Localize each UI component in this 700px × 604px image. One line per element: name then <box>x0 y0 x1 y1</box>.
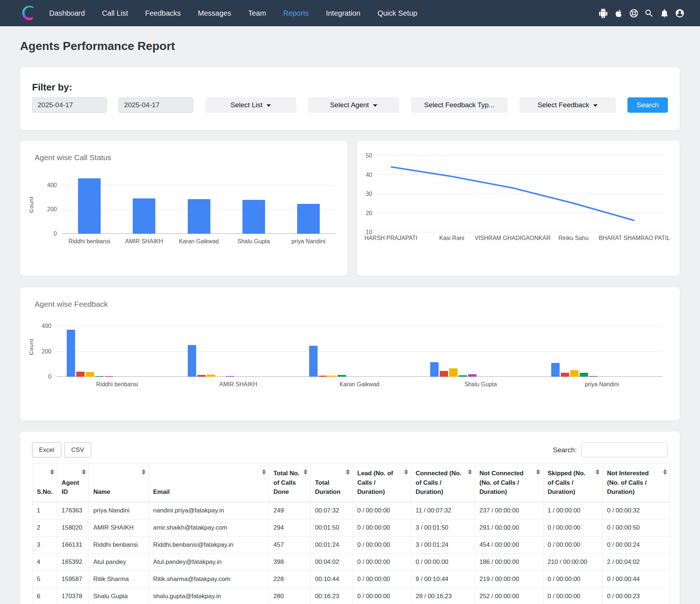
bar-karan-gaikwad-series-2 <box>319 376 327 377</box>
filter-search-button[interactable]: Search <box>627 97 668 113</box>
sort-arrows[interactable] <box>50 469 54 475</box>
table-cell: 454 / 00:00:00 <box>475 536 543 553</box>
column-header-total-duration[interactable]: Total Duration <box>311 464 353 502</box>
call-status-chart-title: Agent wise Call Status <box>20 141 347 162</box>
sort-arrows[interactable] <box>536 469 540 475</box>
table-cell: 159587 <box>57 570 89 588</box>
table-cell: 6 <box>32 588 57 604</box>
date-from-input[interactable] <box>32 97 107 113</box>
table-cell: 294 <box>269 519 311 536</box>
table-row: 4165392Atul pandeyAtul.pandey@fatakpay.i… <box>32 553 670 570</box>
bar-column-riddhi-benbansi <box>57 317 178 377</box>
table-cell: 457 <box>269 536 311 553</box>
column-header-skipped-no-of-calls-duration[interactable]: Skipped (No. of Calls / Duration) <box>543 464 603 502</box>
sort-asc-icon <box>663 469 667 472</box>
y-axis-tick: 10 <box>366 229 372 235</box>
table-cell: nandini.priya@fatakpay.in <box>149 502 269 519</box>
bar-riddhi-benbansi-series-5 <box>105 376 113 377</box>
date-to-input[interactable] <box>118 97 193 113</box>
table-cell: 186 / 00:00:00 <box>475 553 543 570</box>
chevron-down-icon <box>267 104 271 107</box>
table-row: 2158020AMIR SHAIKHamir.shaikh@fatakpay.c… <box>32 519 670 536</box>
sort-asc-icon <box>596 469 599 472</box>
support-icon[interactable] <box>629 8 639 18</box>
bar-karan-gaikwad-series-4 <box>338 375 346 377</box>
sort-asc-icon <box>304 469 307 472</box>
nav-item-reports[interactable]: Reports <box>283 9 309 18</box>
dropdown-select-list[interactable]: Select List <box>205 97 296 113</box>
sort-desc-icon <box>663 472 667 475</box>
table-cell: Atul pandey <box>89 553 149 570</box>
sort-arrows[interactable] <box>142 469 145 475</box>
android-icon[interactable] <box>598 8 608 18</box>
bar-riddhi-benbansi-series-4 <box>95 376 104 377</box>
column-header-label: Not Interested (No. of Calls / Duration) <box>607 470 649 495</box>
column-header-lead-no-of-calls-duration[interactable]: Lead (No. of Calls / Duration) <box>353 464 411 502</box>
dropdown-select-feedback-typ[interactable]: Select Feedback Typ... <box>411 97 508 113</box>
table-cell: 0 / 00:00:24 <box>603 536 670 553</box>
plot-area: 0200400 <box>62 175 336 234</box>
account-icon[interactable] <box>675 8 685 18</box>
bar-shalu-gupta <box>242 200 265 234</box>
export-excel-button[interactable]: Excel <box>32 442 61 457</box>
y-axis-tick: 50 <box>366 152 372 159</box>
sort-desc-icon <box>536 472 540 475</box>
column-header-s-no[interactable]: S.No. <box>32 464 57 502</box>
column-header-not-connected-no-of-calls-duration[interactable]: Not Connected (No. of Calls / Duration) <box>475 464 543 502</box>
table-search-input[interactable] <box>582 442 668 457</box>
column-header-agent-id[interactable]: Agent ID <box>57 464 89 502</box>
sort-arrows[interactable] <box>596 469 599 475</box>
bar-shalu-gupta-series-3 <box>449 368 458 377</box>
sort-arrows[interactable] <box>404 469 408 475</box>
nav-item-messages[interactable]: Messages <box>198 9 231 18</box>
nav-item-integration[interactable]: Integration <box>326 9 361 18</box>
sort-desc-icon <box>468 472 472 475</box>
filter-panel: Filter by: Select ListSelect AgentSelect… <box>20 67 680 130</box>
sort-arrows[interactable] <box>663 469 667 475</box>
search-icon[interactable] <box>644 8 654 18</box>
table-cell: 00:10:44 <box>311 570 353 588</box>
bar-cluster-riddhi-benbansi <box>67 317 113 377</box>
export-csv-button[interactable]: CSV <box>65 442 91 457</box>
table-cell: 11 / 00:07:32 <box>411 502 475 519</box>
app-logo[interactable] <box>20 3 38 23</box>
table-cell: 237 / 00:00:00 <box>475 502 543 519</box>
table-cell: 166131 <box>57 536 89 553</box>
table-cell: 2 <box>32 519 57 536</box>
table-cell: amir.shaikh@fatakpay.com <box>149 519 269 536</box>
sort-arrows[interactable] <box>304 469 307 475</box>
bar-cluster-karan-gaikwad <box>309 317 355 377</box>
sort-arrows[interactable] <box>346 469 350 475</box>
notifications-icon[interactable] <box>660 8 669 18</box>
sort-arrows[interactable] <box>468 469 472 475</box>
column-header-name[interactable]: Name <box>89 464 149 502</box>
dropdown-select-agent[interactable]: Select Agent <box>308 97 399 113</box>
sort-arrows[interactable] <box>82 469 86 475</box>
nav-item-quick-setup[interactable]: Quick Setup <box>377 9 417 18</box>
dropdown-select-feedback[interactable]: Select Feedback <box>520 97 616 113</box>
bar-karan-gaikwad <box>188 199 210 234</box>
bar-priya-nandini-series-4 <box>580 373 588 377</box>
bar-priya-nandini-series-1 <box>551 363 560 377</box>
y-axis-label: Count <box>28 338 34 355</box>
sort-desc-icon <box>50 472 54 475</box>
table-cell: 0 / 00:00:00 <box>353 502 411 519</box>
sort-arrows[interactable] <box>262 469 266 475</box>
table-cell: Riddhi benbansi <box>89 536 149 553</box>
apple-icon[interactable] <box>614 8 623 18</box>
column-header-connected-no-of-calls-duration[interactable]: Connected (No. of Calls / Duration) <box>411 464 475 502</box>
nav-item-feedbacks[interactable]: Feedbacks <box>145 9 181 18</box>
sort-asc-icon <box>142 469 145 472</box>
table-cell: 1 <box>32 502 57 519</box>
column-header-not-interested-no-of-calls-duration[interactable]: Not Interested (No. of Calls / Duration) <box>603 464 670 502</box>
nav-item-call-list[interactable]: Call List <box>102 9 128 18</box>
column-header-total-no-of-calls-done[interactable]: Total No. of Calls Done <box>269 464 311 502</box>
x-axis-label-rinku-sahu: Rinku Sahu <box>559 235 589 241</box>
agents-report-table: S.No.Agent IDNameEmailTotal No. of Calls… <box>32 463 670 604</box>
y-axis-tick: 0 <box>48 373 51 380</box>
column-header-label: Email <box>153 488 170 495</box>
bar-column-shalu-gupta <box>420 317 541 377</box>
nav-item-dashboard[interactable]: Dashboard <box>49 9 85 18</box>
nav-item-team[interactable]: Team <box>248 9 266 18</box>
column-header-email[interactable]: Email <box>149 464 269 502</box>
